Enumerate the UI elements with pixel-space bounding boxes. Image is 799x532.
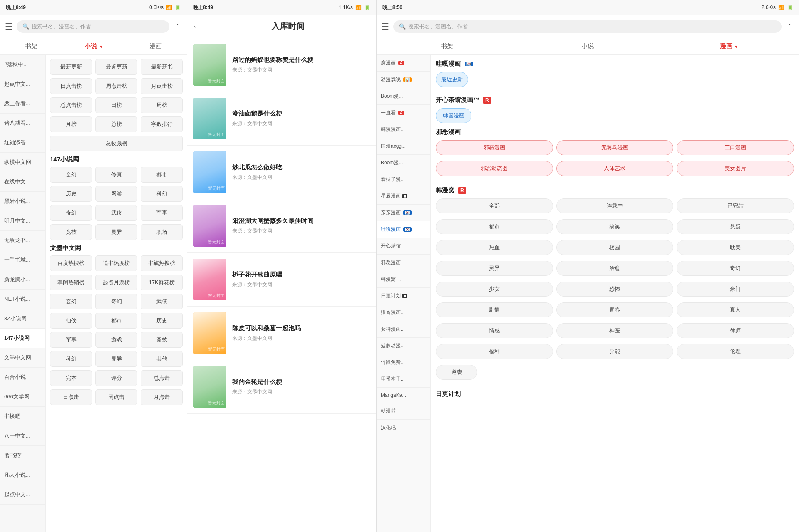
book-item-6[interactable]: 暂无封面 我的金轮是什么梗 来源：文墨中文网 [187, 360, 376, 414]
btn-zhenren[interactable]: 真人 [677, 302, 794, 317]
btn-qt2[interactable]: 其他 [141, 351, 183, 367]
btn-monthly-list[interactable]: 月榜 [50, 116, 92, 132]
right-tab-novel[interactable]: 小说 [517, 38, 658, 54]
btn-weekly-rank[interactable]: 周点击榜 [95, 78, 137, 94]
btn-junshi[interactable]: 军事 [141, 205, 183, 221]
btn-shaonv[interactable]: 少女 [436, 282, 553, 297]
rsidebar-boom2[interactable]: Boom漫... [377, 155, 430, 171]
nav-item-3z[interactable]: 3Z小说网 [0, 309, 45, 329]
btn-hanguo-manga[interactable]: 韩国漫画 [436, 108, 471, 123]
btn-total-fav[interactable]: 总收藏榜 [50, 136, 183, 151]
btn-rdj2[interactable]: 日点击 [50, 389, 92, 405]
rsidebar-yizhikan[interactable]: 一直看 A [377, 105, 430, 121]
rsidebar-dongman[interactable]: 动漫戏说 📊 [377, 72, 430, 88]
rsidebar-waga[interactable]: 哇嘎漫画 🇰🇷 [377, 221, 430, 238]
rsidebar-zhushu[interactable]: 竹鼠免费... [377, 354, 430, 371]
btn-lingyi[interactable]: 灵异 [95, 224, 137, 240]
btn-pf2[interactable]: 评分 [95, 370, 137, 386]
btn-wdj2[interactable]: 周点击 [95, 389, 137, 405]
rsidebar-qinqin[interactable]: 亲亲漫画 🇰🇷 [377, 205, 430, 221]
rsidebar-xie1[interactable]: 邪恶漫画 [377, 255, 430, 271]
nav-item-yishou[interactable]: 一手书城... [0, 250, 45, 270]
btn-zhichang[interactable]: 职场 [141, 224, 183, 240]
nav-item-hongxiu[interactable]: 红袖添香 [0, 133, 45, 153]
btn-renti[interactable]: 人体艺术 [556, 161, 674, 176]
btn-wuxia[interactable]: 武侠 [95, 205, 137, 221]
btn-shuqi[interactable]: 书旗热搜榜 [141, 255, 183, 271]
left-tab-manga[interactable]: 漫画 [124, 38, 187, 54]
btn-zdj2[interactable]: 总点击 [141, 370, 183, 386]
left-search-box[interactable]: 🔍 搜索书名、漫画名、作者 [17, 20, 169, 33]
btn-quanbu[interactable]: 全部 [436, 198, 553, 213]
btn-recent-update[interactable]: 最近更新 [95, 59, 137, 75]
nav-item-zhai[interactable]: 斋书苑" [0, 446, 45, 465]
nav-item-zaixian[interactable]: 在线中文... [0, 172, 45, 192]
btn-latest-book[interactable]: 最新新书 [141, 59, 183, 75]
btn-lingyi2[interactable]: 灵异 [436, 261, 553, 276]
btn-nixí[interactable]: 逆袭 [436, 365, 477, 380]
btn-haomen[interactable]: 豪门 [677, 282, 794, 297]
nav-item-147[interactable]: 147小说网 [0, 329, 45, 348]
btn-ly2[interactable]: 灵异 [95, 351, 137, 367]
btn-baidu-hot[interactable]: 百度热搜榜 [50, 255, 92, 271]
nav-item-mingyue[interactable]: 明月中文... [0, 211, 45, 231]
btn-kehuan[interactable]: 科幻 [141, 186, 183, 202]
btn-monthly-rank[interactable]: 月点击榜 [141, 78, 183, 94]
btn-yineng[interactable]: 异能 [556, 344, 674, 359]
btn-daily-rank[interactable]: 日点击榜 [50, 78, 92, 94]
nav-item-heiyan[interactable]: 黑岩小说... [0, 192, 45, 211]
book-item-5[interactable]: 暂无封面 陈皮可以和桑葚一起泡吗 来源：文墨中文网 [187, 307, 376, 360]
nav-item-wenmo[interactable]: 文墨中文网 [0, 348, 45, 368]
right-search-box[interactable]: 🔍 搜索书名、漫画名、作者 [393, 20, 782, 33]
left-tab-novel[interactable]: 小说 ▾ [62, 38, 125, 54]
btn-lianzai[interactable]: 连载中 [556, 198, 674, 213]
btn-daily-list[interactable]: 日榜 [95, 97, 137, 113]
rsidebar-guoman[interactable]: 国漫acgg... [377, 138, 430, 155]
rsidebar-lieqi[interactable]: 猎奇漫画... [377, 304, 430, 321]
btn-qihuan2[interactable]: 奇幻 [677, 261, 794, 276]
rsidebar-liban[interactable]: 里番本子... [377, 371, 430, 388]
btn-qinggan[interactable]: 情感 [436, 323, 553, 338]
btn-lunli[interactable]: 伦理 [677, 344, 794, 359]
nav-item-666[interactable]: 666文学网 [0, 387, 45, 407]
btn-wx2[interactable]: 武侠 [141, 294, 183, 309]
btn-qingchun[interactable]: 青春 [556, 302, 674, 317]
rsidebar-hanhua[interactable]: 汉化吧 [377, 420, 430, 436]
nav-item-net[interactable]: NET小说... [0, 290, 45, 309]
btn-xuanyi[interactable]: 悬疑 [677, 219, 794, 234]
btn-gongkou[interactable]: 工口漫画 [677, 140, 794, 155]
right-tab-manga[interactable]: 漫画 ▾ [658, 38, 799, 54]
btn-jj2[interactable]: 竞技 [141, 332, 183, 348]
btn-xx2[interactable]: 仙侠 [50, 313, 92, 329]
rsidebar-fuman[interactable]: 腐漫画 A [377, 55, 430, 72]
btn-17k[interactable]: 17K鲜花榜 [141, 275, 183, 290]
nav-item-qidian2[interactable]: 起点中文... [0, 485, 45, 505]
rsidebar-xingchen[interactable]: 星辰漫画 ■ [377, 188, 430, 205]
btn-fuli[interactable]: 福利 [436, 344, 553, 359]
left-more-icon[interactable]: ⋮ [174, 22, 182, 32]
btn-jingji[interactable]: 竞技 [50, 224, 92, 240]
nav-item-baihe[interactable]: 百合小说 [0, 368, 45, 387]
rsidebar-rigeng[interactable]: 日更计划 ■ [377, 288, 430, 304]
nav-item-fanren[interactable]: 凡人小说... [0, 465, 45, 485]
btn-yiwanjie[interactable]: 已完结 [677, 198, 794, 213]
btn-ydj2[interactable]: 月点击 [141, 389, 183, 405]
btn-qihuan[interactable]: 奇幻 [50, 205, 92, 221]
btn-wangyou[interactable]: 网游 [95, 186, 137, 202]
btn-xie-dynamic[interactable]: 邪恶动态图 [436, 161, 553, 176]
nav-item-shulou[interactable]: 书楼吧 [0, 407, 45, 426]
nav-item-bayi[interactable]: 八一中文... [0, 426, 45, 446]
rsidebar-kaixin[interactable]: 开心茶馆... [377, 238, 430, 255]
rsidebar-nvsh[interactable]: 女神漫画... [377, 321, 430, 338]
rsidebar-hanwo[interactable]: 韩漫窝 ... [377, 271, 430, 288]
right-tab-bookshelf[interactable]: 书架 [377, 38, 517, 54]
btn-zhiyu[interactable]: 治愈 [556, 261, 674, 276]
btn-dushi[interactable]: 都市 [436, 219, 553, 234]
btn-kh2[interactable]: 科幻 [50, 351, 92, 367]
btn-danmei[interactable]: 耽美 [677, 240, 794, 255]
btn-ds2[interactable]: 都市 [95, 313, 137, 329]
right-more-icon[interactable]: ⋮ [786, 22, 794, 32]
book-item-0[interactable]: 暂无封面 路过的蚂蚁也要称赞是什么梗 来源：文墨中文网 [187, 38, 376, 92]
book-item-4[interactable]: 暂无封面 栀子花开歌曲原唱 来源：文墨中文网 [187, 253, 376, 307]
btn-xh2[interactable]: 玄幻 [50, 294, 92, 309]
